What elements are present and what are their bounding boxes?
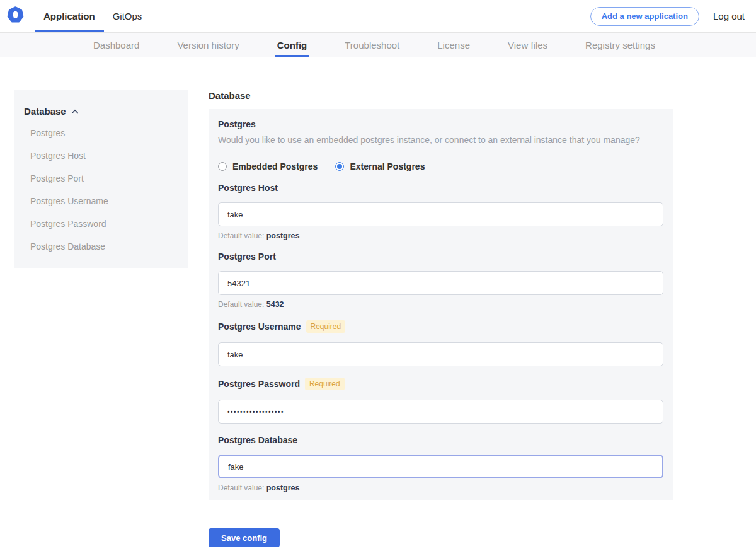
sidebar-group-label: Database — [24, 106, 66, 117]
tab-gitops[interactable]: GitOps — [104, 0, 151, 32]
tab-config[interactable]: Config — [275, 33, 309, 57]
required-badge: Required — [306, 320, 346, 333]
postgres-host-label: Postgres Host — [218, 183, 278, 193]
top-navbar: Application GitOps Add a new application… — [0, 0, 756, 33]
postgres-port-input[interactable] — [218, 271, 663, 295]
field-postgres-username: Postgres Username Required — [218, 320, 663, 366]
postgres-type-options: Embedded Postgres External Postgres — [218, 161, 663, 171]
postgres-port-label: Postgres Port — [218, 252, 276, 262]
sidebar-item-postgres-database[interactable]: Postgres Database — [14, 235, 188, 258]
database-config-card: Postgres Would you like to use an embedd… — [209, 109, 673, 500]
radio-unchecked-icon[interactable] — [218, 162, 227, 171]
required-badge: Required — [305, 378, 345, 390]
radio-checked-icon[interactable] — [335, 162, 344, 171]
app-logo-icon — [6, 6, 25, 26]
tab-view-files[interactable]: View files — [505, 33, 550, 57]
postgres-password-input[interactable] — [218, 400, 663, 424]
postgres-database-input[interactable] — [218, 455, 663, 478]
page-title: Database — [209, 90, 673, 101]
tab-troubleshoot[interactable]: Troubleshoot — [342, 33, 402, 57]
postgres-host-input[interactable] — [218, 202, 663, 226]
postgres-username-label: Postgres Username — [218, 322, 301, 332]
sidebar-item-postgres-username[interactable]: Postgres Username — [14, 190, 188, 212]
sidebar-item-postgres-host[interactable]: Postgres Host — [14, 144, 188, 167]
field-postgres-host: Postgres Host Default value: postgres — [218, 183, 663, 240]
sidebar-item-postgres[interactable]: Postgres — [14, 122, 188, 144]
embedded-postgres-label: Embedded Postgres — [232, 161, 318, 171]
postgres-password-label: Postgres Password — [218, 379, 300, 389]
postgres-database-default: Default value: postgres — [218, 484, 663, 492]
config-content: Database Postgres Postgres Host Postgres… — [0, 57, 756, 547]
field-postgres-password: Postgres Password Required — [218, 378, 663, 424]
tab-application[interactable]: Application — [35, 0, 104, 32]
logout-button[interactable]: Log out — [713, 11, 745, 21]
postgres-group-label: Postgres — [218, 119, 663, 129]
postgres-username-input[interactable] — [218, 342, 663, 366]
postgres-group-help: Would you like to use an embedded postgr… — [218, 135, 663, 145]
add-new-application-button[interactable]: Add a new application — [590, 7, 699, 26]
topnav-right: Add a new application Log out — [590, 0, 756, 32]
save-config-button[interactable]: Save config — [209, 528, 280, 547]
tab-version-history[interactable]: Version history — [175, 33, 241, 57]
postgres-database-label: Postgres Database — [218, 435, 297, 445]
config-main: Database Postgres Would you like to use … — [209, 90, 673, 547]
config-sidebar: Database Postgres Postgres Host Postgres… — [14, 90, 188, 268]
external-postgres-option[interactable]: External Postgres — [335, 161, 425, 171]
app-subnav: Dashboard Version history Config Trouble… — [0, 33, 756, 57]
postgres-type-group: Postgres Would you like to use an embedd… — [218, 119, 663, 171]
tab-license[interactable]: License — [435, 33, 472, 57]
postgres-host-default: Default value: postgres — [218, 231, 663, 240]
top-tabs: Application GitOps — [35, 0, 151, 32]
embedded-postgres-option[interactable]: Embedded Postgres — [218, 161, 318, 171]
tab-dashboard[interactable]: Dashboard — [91, 33, 142, 57]
tab-registry-settings[interactable]: Registry settings — [583, 33, 658, 57]
app-logo[interactable] — [0, 0, 30, 32]
sidebar-item-postgres-port[interactable]: Postgres Port — [14, 167, 188, 190]
external-postgres-label: External Postgres — [350, 161, 425, 171]
field-postgres-port: Postgres Port Default value: 5432 — [218, 252, 663, 309]
chevron-up-icon — [71, 105, 79, 117]
sidebar-item-postgres-password[interactable]: Postgres Password — [14, 212, 188, 235]
sidebar-group-database[interactable]: Database — [14, 105, 188, 117]
field-postgres-database: Postgres Database Default value: postgre… — [218, 435, 663, 492]
postgres-port-default: Default value: 5432 — [218, 300, 663, 309]
